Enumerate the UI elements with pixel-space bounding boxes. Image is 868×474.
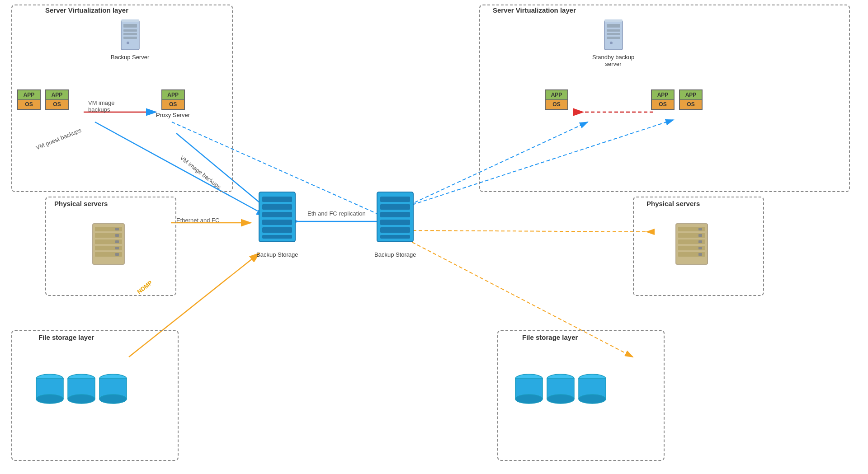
- svg-point-80: [515, 394, 542, 404]
- svg-rect-64: [607, 37, 620, 39]
- svg-rect-21: [123, 29, 137, 32]
- svg-rect-59: [380, 235, 410, 239]
- left-bs-label: Backup Storage: [256, 251, 298, 258]
- svg-point-24: [127, 42, 129, 44]
- vm1-os: OS: [18, 100, 40, 109]
- svg-rect-54: [380, 197, 410, 202]
- svg-rect-50: [262, 220, 292, 225]
- left-backup-storage: Backup Storage: [256, 190, 298, 258]
- svg-rect-58: [380, 227, 410, 233]
- svg-rect-23: [123, 37, 137, 39]
- svg-rect-25: [121, 19, 139, 22]
- right-vm1-app: APP: [652, 90, 674, 100]
- proxy-server-label: Proxy Server: [156, 112, 190, 118]
- left-nas-icon: [32, 371, 136, 408]
- eth-fc-replication-label: Eth and FC replication: [307, 210, 366, 217]
- svg-rect-76: [698, 247, 702, 249]
- svg-rect-66: [604, 19, 623, 22]
- vm-image-backups-label: VM image backups: [88, 99, 115, 113]
- svg-rect-77: [698, 253, 702, 256]
- svg-rect-55: [380, 204, 410, 210]
- svg-point-65: [610, 42, 613, 44]
- svg-rect-63: [607, 33, 620, 35]
- left-vm-1: APP OS: [17, 89, 41, 110]
- right-physical-label: Physical servers: [646, 200, 700, 207]
- right-vm1-os: OS: [652, 100, 674, 109]
- svg-rect-35: [115, 247, 119, 249]
- proxy-os: OS: [162, 100, 184, 109]
- svg-rect-51: [262, 227, 292, 233]
- svg-rect-49: [262, 212, 292, 217]
- svg-point-83: [547, 394, 574, 404]
- left-file-storage-label: File storage layer: [38, 333, 94, 341]
- backup-server-icon: [114, 16, 146, 54]
- ethernet-fc-label: Ethernet and FC: [176, 217, 219, 224]
- left-vm-2: APP OS: [45, 89, 69, 110]
- backup-server-container: Backup Server: [111, 16, 149, 61]
- svg-rect-75: [698, 240, 702, 243]
- svg-rect-33: [115, 234, 119, 237]
- left-physical-label: Physical servers: [54, 200, 108, 207]
- right-vm-2: APP OS: [679, 89, 703, 110]
- svg-rect-57: [380, 220, 410, 225]
- left-source-vms: APP OS APP OS: [17, 89, 69, 110]
- left-virtualization-label: Server Virtualization layer: [45, 6, 128, 14]
- right-virtualization-label: Server Virtualization layer: [493, 6, 576, 14]
- proxy-server-container: APP OS Proxy Server: [156, 89, 190, 118]
- svg-rect-32: [115, 228, 119, 230]
- right-bs-label: Backup Storage: [374, 251, 416, 258]
- svg-point-45: [99, 394, 127, 404]
- proxy-vm: APP OS: [161, 89, 185, 110]
- vm1-app: APP: [18, 90, 40, 100]
- standby-backup-server-container: Standby backup server: [592, 16, 634, 67]
- svg-rect-36: [115, 253, 119, 256]
- svg-point-86: [579, 394, 606, 404]
- svg-rect-47: [262, 197, 292, 202]
- right-vm2-app: APP: [680, 90, 702, 100]
- svg-rect-34: [115, 240, 119, 243]
- standby-server-icon: [598, 16, 629, 54]
- svg-rect-48: [262, 204, 292, 210]
- right-vm-dest-os: OS: [546, 100, 567, 109]
- svg-rect-52: [262, 235, 292, 239]
- svg-line-15: [407, 230, 646, 232]
- svg-rect-62: [607, 29, 620, 32]
- right-nas-icon: [511, 371, 615, 408]
- right-vm-dest: APP OS: [545, 89, 568, 110]
- right-physical-server-icon: [674, 221, 714, 273]
- svg-rect-61: [607, 24, 620, 28]
- right-vm-dest-app: APP: [546, 90, 567, 100]
- svg-point-39: [36, 394, 63, 404]
- svg-rect-56: [380, 212, 410, 217]
- vm2-app: APP: [46, 90, 68, 100]
- svg-rect-73: [698, 228, 702, 230]
- right-vm2-os: OS: [680, 100, 702, 109]
- svg-rect-20: [123, 24, 137, 28]
- right-backup-storage: Backup Storage: [374, 190, 416, 258]
- svg-rect-22: [123, 33, 137, 35]
- svg-point-42: [68, 394, 95, 404]
- svg-rect-74: [698, 234, 702, 237]
- backup-server-label: Backup Server: [111, 54, 149, 61]
- vm2-os: OS: [46, 100, 68, 109]
- diagram-container: Server Virtualization layer Backup Serve…: [0, 0, 868, 474]
- right-dest-vm: APP OS: [545, 89, 568, 110]
- right-source-vms: APP OS APP OS: [651, 89, 703, 110]
- standby-backup-label: Standby backup server: [592, 54, 634, 67]
- right-vm-1: APP OS: [651, 89, 675, 110]
- right-file-storage-label: File storage layer: [522, 333, 578, 341]
- left-physical-server-icon: [90, 221, 131, 273]
- proxy-app: APP: [162, 90, 184, 100]
